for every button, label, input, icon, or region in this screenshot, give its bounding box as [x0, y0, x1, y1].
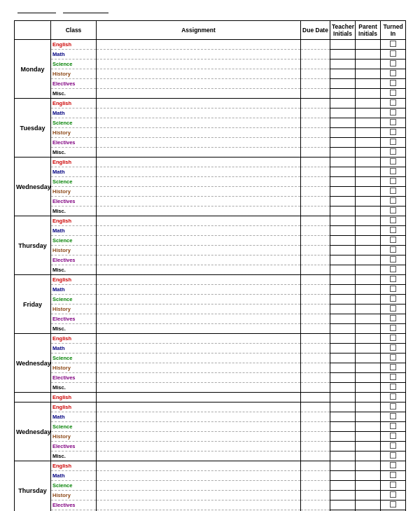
duedate-cell[interactable] — [301, 187, 330, 197]
duedate-cell[interactable] — [301, 216, 330, 226]
checkbox[interactable] — [390, 178, 396, 184]
checkbox[interactable] — [390, 237, 396, 243]
assignment-cell[interactable] — [97, 246, 301, 255]
checkbox[interactable] — [390, 384, 396, 390]
assignment-cell[interactable] — [97, 432, 301, 442]
checkbox[interactable] — [390, 70, 396, 76]
assignment-cell[interactable] — [97, 255, 301, 265]
duedate-cell[interactable] — [301, 128, 330, 138]
assignment-cell[interactable] — [97, 324, 301, 334]
checkbox[interactable] — [390, 41, 396, 47]
assignment-cell[interactable] — [97, 383, 301, 393]
checkbox[interactable] — [390, 393, 396, 400]
duedate-cell[interactable] — [301, 148, 330, 158]
duedate-cell[interactable] — [301, 79, 330, 89]
duedate-cell[interactable] — [301, 500, 330, 510]
checkbox[interactable] — [390, 344, 396, 351]
checkbox[interactable] — [390, 276, 396, 282]
duedate-cell[interactable] — [301, 481, 330, 491]
duedate-cell[interactable] — [301, 138, 330, 148]
assignment-cell[interactable] — [97, 354, 301, 363]
checkbox[interactable] — [390, 305, 396, 312]
duedate-cell[interactable] — [301, 442, 330, 451]
duedate-cell[interactable] — [301, 402, 330, 412]
duedate-cell[interactable] — [301, 334, 330, 344]
assignment-cell[interactable] — [97, 314, 301, 324]
duedate-cell[interactable] — [301, 246, 330, 255]
checkbox[interactable] — [390, 207, 396, 214]
assignment-cell[interactable] — [97, 128, 301, 138]
assignment-cell[interactable] — [97, 40, 301, 50]
assignment-cell[interactable] — [97, 118, 301, 128]
duedate-cell[interactable] — [301, 344, 330, 354]
duedate-cell[interactable] — [301, 206, 330, 216]
duedate-cell[interactable] — [301, 304, 330, 314]
assignment-cell[interactable] — [97, 393, 301, 402]
checkbox[interactable] — [390, 433, 396, 439]
assignment-cell[interactable] — [97, 148, 301, 158]
assignment-cell[interactable] — [97, 167, 301, 177]
assignment-cell[interactable] — [97, 422, 301, 432]
assignment-cell[interactable] — [97, 442, 301, 451]
duedate-cell[interactable] — [301, 40, 330, 50]
assignment-cell[interactable] — [97, 226, 301, 236]
duedate-cell[interactable] — [301, 167, 330, 177]
checkbox[interactable] — [390, 413, 396, 419]
checkbox[interactable] — [390, 452, 396, 458]
assignment-cell[interactable] — [97, 285, 301, 295]
assignment-cell[interactable] — [97, 295, 301, 304]
assignment-cell[interactable] — [97, 304, 301, 314]
checkbox[interactable] — [390, 227, 396, 233]
checkbox[interactable] — [390, 129, 396, 135]
duedate-cell[interactable] — [301, 285, 330, 295]
assignment-cell[interactable] — [97, 373, 301, 383]
checkbox[interactable] — [390, 442, 396, 449]
checkbox[interactable] — [390, 119, 396, 125]
assignment-cell[interactable] — [97, 481, 301, 491]
duedate-cell[interactable] — [301, 89, 330, 99]
duedate-cell[interactable] — [301, 363, 330, 373]
checkbox[interactable] — [390, 168, 396, 174]
duedate-cell[interactable] — [301, 197, 330, 206]
assignment-cell[interactable] — [97, 363, 301, 373]
checkbox[interactable] — [390, 354, 396, 360]
duedate-cell[interactable] — [301, 461, 330, 471]
duedate-cell[interactable] — [301, 324, 330, 334]
assignment-cell[interactable] — [97, 491, 301, 500]
checkbox[interactable] — [390, 403, 396, 410]
duedate-cell[interactable] — [301, 118, 330, 128]
duedate-cell[interactable] — [301, 432, 330, 442]
checkbox[interactable] — [390, 158, 396, 164]
checkbox[interactable] — [390, 139, 396, 145]
checkbox[interactable] — [390, 482, 396, 488]
assignment-cell[interactable] — [97, 344, 301, 354]
assignment-cell[interactable] — [97, 236, 301, 246]
duedate-cell[interactable] — [301, 69, 330, 79]
duedate-cell[interactable] — [301, 265, 330, 275]
duedate-cell[interactable] — [301, 158, 330, 167]
duedate-cell[interactable] — [301, 471, 330, 481]
checkbox[interactable] — [390, 423, 396, 429]
assignment-cell[interactable] — [97, 99, 301, 108]
assignment-cell[interactable] — [97, 461, 301, 471]
assignment-cell[interactable] — [97, 402, 301, 412]
duedate-cell[interactable] — [301, 255, 330, 265]
duedate-cell[interactable] — [301, 422, 330, 432]
checkbox[interactable] — [390, 462, 396, 468]
assignment-cell[interactable] — [97, 177, 301, 187]
checkbox[interactable] — [390, 364, 396, 370]
checkbox[interactable] — [390, 197, 396, 204]
duedate-cell[interactable] — [301, 177, 330, 187]
duedate-cell[interactable] — [301, 393, 330, 402]
checkbox[interactable] — [390, 99, 396, 106]
checkbox[interactable] — [390, 188, 396, 194]
assignment-cell[interactable] — [97, 89, 301, 99]
checkbox[interactable] — [390, 148, 396, 155]
assignment-cell[interactable] — [97, 59, 301, 69]
duedate-cell[interactable] — [301, 50, 330, 59]
assignment-cell[interactable] — [97, 216, 301, 226]
checkbox[interactable] — [390, 315, 396, 321]
checkbox[interactable] — [390, 256, 396, 262]
duedate-cell[interactable] — [301, 226, 330, 236]
assignment-cell[interactable] — [97, 206, 301, 216]
